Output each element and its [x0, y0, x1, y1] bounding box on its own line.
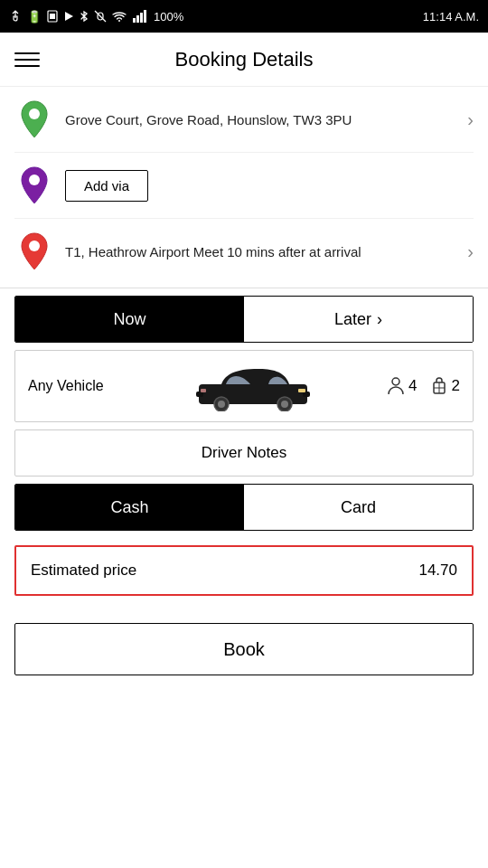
- via-row: Add via: [14, 153, 474, 219]
- car-icon: [129, 362, 376, 411]
- svg-rect-1: [50, 14, 55, 19]
- estimated-price-value: 14.70: [418, 561, 457, 580]
- cash-button[interactable]: Cash: [15, 485, 244, 530]
- dropoff-chevron-icon: ›: [467, 241, 474, 262]
- status-time: 11:14 A.M.: [423, 10, 479, 24]
- person-icon: [387, 376, 405, 396]
- passenger-number: 4: [408, 377, 417, 395]
- svg-rect-7: [136, 15, 139, 23]
- vehicle-selector[interactable]: Any Vehicle: [14, 350, 474, 422]
- via-pin-icon: [14, 165, 54, 205]
- svg-rect-6: [133, 18, 136, 23]
- divider-1: [0, 288, 488, 288]
- svg-rect-20: [298, 389, 305, 392]
- svg-point-22: [392, 378, 399, 385]
- time-toggle: Now Later ›: [14, 296, 474, 343]
- card-button[interactable]: Card: [244, 485, 473, 530]
- estimated-price-row: Estimated price 14.70: [14, 545, 474, 596]
- locations-section: Grove Court, Grove Road, Hounslow, TW3 3…: [0, 87, 488, 284]
- vehicle-meta: 4 2: [387, 376, 460, 396]
- dropoff-row[interactable]: T1, Heathrow Airport Meet 10 mins after …: [14, 219, 474, 284]
- svg-marker-2: [65, 12, 73, 21]
- pickup-address: Grove Court, Grove Road, Hounslow, TW3 3…: [65, 110, 456, 129]
- battery-icon: 🔋: [27, 10, 42, 24]
- driver-notes-button[interactable]: Driver Notes: [14, 429, 474, 476]
- svg-point-10: [29, 108, 40, 119]
- later-button[interactable]: Later ›: [244, 297, 473, 342]
- vehicle-label: Any Vehicle: [28, 378, 118, 394]
- status-bar-right: 11:14 A.M.: [423, 10, 479, 24]
- later-chevron-icon: ›: [377, 310, 382, 329]
- svg-point-15: [218, 401, 225, 408]
- svg-rect-8: [140, 13, 143, 23]
- svg-point-17: [281, 401, 288, 408]
- play-icon: [63, 11, 74, 22]
- dropoff-pin-icon: [14, 231, 54, 271]
- estimated-price-label: Estimated price: [31, 561, 136, 580]
- dropoff-address: T1, Heathrow Airport Meet 10 mins after …: [65, 242, 456, 261]
- now-button[interactable]: Now: [15, 297, 244, 342]
- passenger-count: 4: [387, 376, 417, 396]
- svg-rect-21: [201, 389, 206, 392]
- luggage-number: 2: [452, 377, 460, 395]
- signal-icon: [132, 10, 148, 23]
- pickup-chevron-icon: ›: [467, 109, 474, 130]
- svg-point-5: [118, 20, 120, 22]
- payment-toggle: Cash Card: [14, 484, 474, 531]
- bluetooth-icon: [80, 10, 89, 23]
- book-button[interactable]: Book: [14, 623, 474, 675]
- pickup-row[interactable]: Grove Court, Grove Road, Hounslow, TW3 3…: [14, 87, 474, 153]
- app-header: Booking Details: [0, 33, 488, 87]
- status-bar-left: 🔋 100%: [9, 10, 183, 24]
- sim-icon: [47, 10, 58, 23]
- page-title: Booking Details: [175, 48, 314, 71]
- add-via-button[interactable]: Add via: [65, 170, 148, 202]
- pickup-pin-icon: [14, 99, 54, 139]
- status-bar: 🔋 100% 11:14 A.M.: [0, 0, 488, 33]
- menu-button[interactable]: [14, 52, 40, 67]
- luggage-count: 2: [430, 376, 460, 396]
- battery-percent: 100%: [154, 10, 183, 24]
- luggage-icon: [430, 376, 448, 396]
- mute-icon: [94, 10, 107, 23]
- svg-point-12: [29, 241, 40, 251]
- svg-point-11: [29, 175, 40, 185]
- wifi-icon: [112, 11, 127, 22]
- usb-icon: [9, 10, 22, 23]
- svg-rect-9: [144, 10, 146, 23]
